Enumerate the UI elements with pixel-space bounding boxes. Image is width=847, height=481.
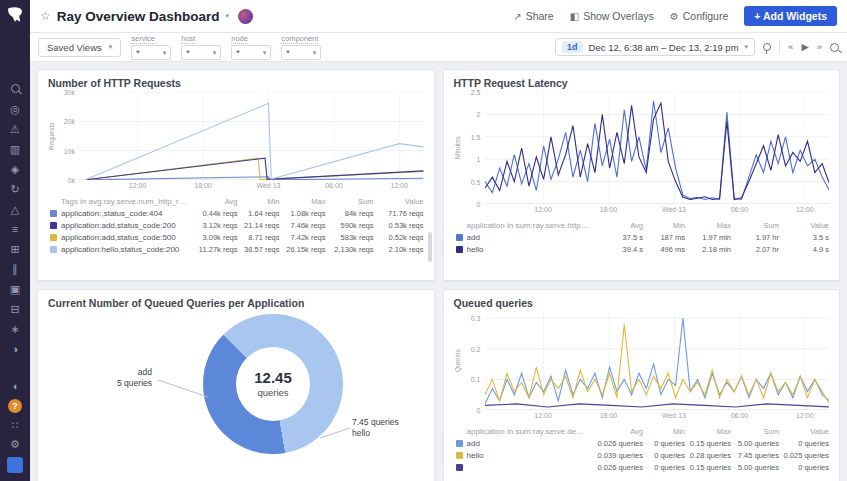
share-icon: ↗: [513, 11, 521, 22]
dashboards-icon[interactable]: ▥: [5, 143, 25, 156]
legend-header[interactable]: Tags in avg:ray.serve.num_http_req...Avg…: [48, 195, 424, 207]
y-axis-label: Requests: [48, 92, 57, 180]
sidebar: ◎⚠▥◈↻△≡⊞∥▣⊟∗◑ ◖?∷⚙: [0, 0, 30, 481]
donut-chart[interactable]: 12.45 queries add 5 queries 7.45 queries: [48, 312, 424, 481]
filter-label: service: [131, 34, 155, 44]
network-icon[interactable]: ⊞: [5, 243, 25, 256]
security-icon[interactable]: ▣: [5, 283, 25, 296]
http-requests-chart[interactable]: [79, 92, 424, 180]
x-axis-ticks: 12:0018:00Wed 1306:0012:00: [485, 204, 830, 216]
http-latency-chart[interactable]: [485, 92, 830, 204]
legend-row[interactable]: hello0.039 queries0 queries0.28 queries7…: [454, 449, 830, 461]
template-variables: service*▾host*▾node*▾component*▾: [131, 34, 321, 60]
share-button[interactable]: ↗ Share: [513, 10, 553, 22]
filter-value-node[interactable]: *▾: [231, 45, 271, 60]
pin-icon[interactable]: [763, 43, 771, 51]
ci-cd-icon[interactable]: ↻: [5, 183, 25, 196]
template-variable-host: host*▾: [181, 34, 221, 60]
template-variable-node: node*▾: [231, 34, 271, 60]
play-button[interactable]: ▶: [801, 42, 808, 52]
profile-icon[interactable]: ◑: [5, 343, 25, 356]
y-axis-label: Queries: [454, 312, 463, 410]
apps-grid-icon[interactable]: ∷: [5, 419, 25, 432]
legend-row[interactable]: application:,status_code:4040.44k reqs1.…: [48, 207, 424, 219]
watchdog-icon[interactable]: ◎: [5, 103, 25, 116]
zoom-out-icon[interactable]: [830, 43, 839, 52]
widget-title: Number of HTTP Requests: [48, 77, 424, 89]
x-axis-ticks: 12:0018:00Wed 1306:0012:00: [485, 410, 830, 422]
logs-icon[interactable]: ≡: [5, 223, 25, 236]
filter-value-host[interactable]: *▾: [181, 45, 221, 60]
dashboard-grid: Number of HTTP Requests Requests 0k10k20…: [30, 62, 847, 481]
widget-http-requests: Number of HTTP Requests Requests 0k10k20…: [37, 69, 435, 281]
filter-value-service[interactable]: *▾: [131, 45, 171, 60]
filter-label: host: [181, 34, 195, 44]
infrastructure-icon[interactable]: ◈: [5, 163, 25, 176]
widget-http-latency: HTTP Request Latency Minutes 00.511.522.…: [443, 69, 841, 281]
legend-row[interactable]: 0.026 queries0 queries0.15 queries5.00 q…: [454, 461, 830, 473]
time-controls: 1d Dec 12, 6:38 am – Dec 13, 2:19 pm ▾ «…: [555, 38, 839, 56]
settings-icon[interactable]: ⚙: [5, 438, 25, 451]
alerts-icon[interactable]: ⚠: [5, 123, 25, 136]
help-icon[interactable]: ?: [8, 399, 22, 413]
overlays-icon: ◧: [570, 11, 579, 22]
widget-queued-donut: Current Number of Queued Queries per App…: [37, 289, 435, 481]
time-range-text: Dec 12, 6:38 am – Dec 13, 2:19 pm: [589, 42, 739, 53]
gear-icon: ⚙: [670, 11, 679, 22]
leader-lines: [48, 312, 424, 481]
legend-row[interactable]: add37.5 s187 ms1.97 min1.97 hr3.5 s: [454, 231, 830, 243]
app: ◎⚠▥◈↻△≡⊞∥▣⊟∗◑ ◖?∷⚙ ☆ Ray Overview Dashbo…: [0, 0, 847, 481]
legend-row[interactable]: application:add,status_code:2003.12k req…: [48, 219, 424, 231]
configure-button[interactable]: ⚙ Configure: [670, 10, 729, 22]
legend: Tags in avg:ray.serve.num_http_req...Avg…: [48, 195, 424, 255]
y-axis-ticks: 00.511.522.5: [463, 92, 485, 204]
page-title: Ray Overview Dashboard: [57, 9, 220, 24]
pipelines-icon[interactable]: ∥: [5, 263, 25, 276]
jump-forward-button[interactable]: »: [817, 42, 822, 52]
filterbar: Saved Views ▾ service*▾host*▾node*▾compo…: [30, 33, 847, 62]
title-chevron-down-icon[interactable]: ▾: [226, 12, 230, 20]
legend-header[interactable]: application in sum:ray.serve.http_reques…: [454, 219, 830, 231]
apm-icon[interactable]: △: [5, 203, 25, 216]
legend-row[interactable]: application:add,status_code:5003.09k req…: [48, 231, 424, 243]
filter-value-component[interactable]: *▾: [281, 45, 321, 60]
donut-label-hello: 7.45 queries hello: [352, 417, 399, 440]
filter-label: node: [231, 34, 248, 44]
legend-row[interactable]: application:hello,status_code:20011.27k …: [48, 243, 424, 255]
widget-title: HTTP Request Latency: [454, 77, 830, 89]
y-axis-label: Minutes: [454, 92, 463, 204]
donut-label-add: add 5 queries: [76, 367, 152, 390]
datadog-logo-icon[interactable]: [5, 5, 25, 25]
divider: [779, 40, 780, 54]
add-widgets-button[interactable]: + Add Widgets: [744, 6, 837, 26]
template-variable-service: service*▾: [131, 34, 171, 60]
time-preset-chip[interactable]: 1d: [562, 41, 583, 53]
user-avatar[interactable]: [7, 457, 23, 473]
legend-scrollbar[interactable]: [428, 232, 432, 262]
search-icon[interactable]: [5, 83, 25, 96]
chart-block: Minutes 00.511.522.5 12:0018:00Wed 1306:…: [454, 92, 830, 216]
saved-views-dropdown[interactable]: Saved Views ▾: [38, 38, 121, 57]
time-range-picker[interactable]: 1d Dec 12, 6:38 am – Dec 13, 2:19 pm ▾: [555, 38, 755, 56]
queued-queries-chart[interactable]: [485, 312, 830, 410]
widget-title: Current Number of Queued Queries per App…: [48, 297, 424, 309]
chevron-down-icon: ▾: [109, 43, 113, 51]
sidebar-nav: ◎⚠▥◈↻△≡⊞∥▣⊟∗◑: [5, 83, 25, 356]
legend-header[interactable]: application in sum:ray.serve.de...AvgMin…: [454, 425, 830, 437]
widget-queued-queries: Queued queries Queries 00.10.20.3 12:001…: [443, 289, 841, 481]
integrations-icon[interactable]: ∗: [5, 323, 25, 336]
y-axis-ticks: 0k10k20k30k: [57, 92, 79, 180]
legend-row[interactable]: hello39.4 s496 ms2.18 min2.07 hr4.9 s: [454, 243, 830, 255]
favorite-star-icon[interactable]: ☆: [40, 9, 51, 23]
show-overlays-button[interactable]: ◧ Show Overlays: [570, 10, 654, 22]
chart-block: Requests 0k10k20k30k 12:0018:00Wed 1306:…: [48, 92, 424, 192]
legend-row[interactable]: add0.026 queries0 queries0.15 queries5.0…: [454, 437, 830, 449]
main: ☆ Ray Overview Dashboard ▾ ↗ Share ◧ Sho…: [30, 0, 847, 481]
legend: application in sum:ray.serve.http_reques…: [454, 219, 830, 255]
sidebar-bottom: ◖?∷⚙: [5, 380, 25, 481]
topbar-actions: ↗ Share ◧ Show Overlays ⚙ Configure + Ad…: [513, 6, 837, 26]
dashboard-avatar: [238, 9, 253, 24]
jump-back-button[interactable]: «: [788, 42, 793, 52]
chat-icon[interactable]: ◖: [5, 380, 25, 393]
database-icon[interactable]: ⊟: [5, 303, 25, 316]
